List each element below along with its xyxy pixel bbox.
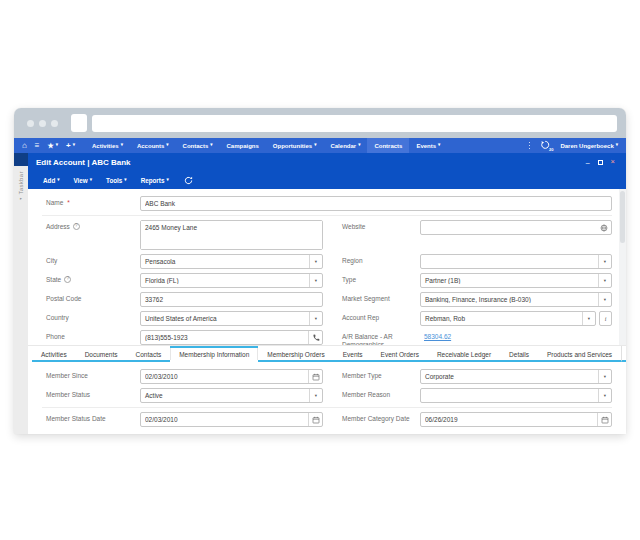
region-select[interactable]: ▾ bbox=[420, 254, 612, 269]
nav-menu-item[interactable]: Campaigns ▾ bbox=[220, 138, 266, 153]
browser-tab[interactable] bbox=[71, 114, 87, 132]
nav-menu-item[interactable]: Activities ▾ bbox=[85, 138, 130, 153]
member-status-date-input[interactable] bbox=[141, 416, 308, 423]
field-label-member-since: Member Since bbox=[42, 369, 140, 384]
field-label-country: Country bbox=[42, 311, 140, 326]
address-textarea[interactable]: 2465 Money Lane bbox=[141, 221, 322, 249]
menu-icon[interactable]: ≡ bbox=[31, 138, 44, 153]
window-dot-icon[interactable] bbox=[51, 120, 58, 127]
user-menu[interactable]: Daren Ungerboeck ▾ bbox=[560, 143, 618, 149]
nav-menu-item[interactable]: Opportunities ▾ bbox=[266, 138, 324, 153]
chevron-down-icon[interactable]: ▾ bbox=[598, 293, 611, 306]
tab[interactable]: Documents bbox=[76, 346, 127, 362]
ar-balance-link[interactable]: 58304.62 bbox=[420, 330, 612, 340]
name-input[interactable] bbox=[141, 200, 611, 207]
window-controls: – × bbox=[586, 158, 618, 166]
country-select[interactable]: United States of America▾ bbox=[140, 311, 323, 326]
city-select[interactable]: Pensacola▾ bbox=[140, 254, 323, 269]
tab-label: Activities bbox=[41, 351, 67, 358]
nav-menu-item[interactable]: Contacts ▾ bbox=[176, 138, 220, 153]
website-input[interactable] bbox=[421, 224, 597, 231]
chevron-down-icon[interactable]: ▾ bbox=[598, 370, 611, 383]
window-dot-icon[interactable] bbox=[39, 120, 46, 127]
globe-icon[interactable] bbox=[597, 221, 611, 234]
nav-menu-item[interactable]: Contracts ▾ bbox=[367, 138, 409, 153]
phone-field bbox=[140, 330, 323, 345]
refresh-icon bbox=[184, 176, 193, 185]
market-segment-select[interactable]: Banking, Finance, Insurance (B-030)▾ bbox=[420, 292, 612, 307]
favorites-star-icon[interactable]: ★▾ bbox=[44, 138, 63, 153]
menu-item-label: Reports bbox=[141, 177, 165, 184]
chevron-down-icon[interactable]: ▾ bbox=[598, 255, 611, 268]
tab[interactable]: Receivable Ledger bbox=[428, 346, 500, 362]
refresh-button[interactable] bbox=[184, 176, 193, 185]
phone-input[interactable] bbox=[141, 334, 308, 341]
chevron-down-icon[interactable]: ▾ bbox=[309, 274, 322, 287]
menu-item[interactable]: View ▾ bbox=[67, 177, 100, 184]
calendar-icon[interactable] bbox=[308, 370, 322, 383]
member-reason-select[interactable]: ▾ bbox=[420, 388, 612, 403]
taskbar-label[interactable]: ▾ Taskbar bbox=[18, 171, 24, 201]
tab-overflow-button[interactable]: ▾ bbox=[621, 346, 626, 362]
nav-menu-item[interactable]: Calendar ▾ bbox=[323, 138, 367, 153]
recent-history-icon[interactable]: 20 bbox=[540, 140, 552, 151]
home-icon[interactable]: ⌂ bbox=[18, 138, 31, 153]
member-type-value: Corporate bbox=[421, 373, 598, 380]
tab[interactable]: Events bbox=[334, 346, 372, 362]
tab[interactable]: Activities bbox=[32, 346, 76, 362]
chevron-down-icon: ▾ bbox=[358, 143, 360, 148]
help-icon[interactable]: ? bbox=[64, 276, 71, 283]
tab-label: Membership Information bbox=[179, 351, 249, 358]
tab[interactable]: Membership Orders bbox=[258, 346, 333, 362]
postal-code-input[interactable] bbox=[141, 296, 322, 303]
tab[interactable]: Membership Information bbox=[170, 346, 258, 362]
chevron-down-icon[interactable]: ▾ bbox=[309, 255, 322, 268]
tab[interactable]: Products and Services bbox=[538, 346, 621, 362]
maximize-button[interactable] bbox=[598, 160, 603, 165]
member-type-select[interactable]: Corporate▾ bbox=[420, 369, 612, 384]
taskbar-label-text: Taskbar bbox=[18, 171, 24, 194]
menu-item[interactable]: Add ▾ bbox=[36, 177, 67, 184]
minimize-button[interactable]: – bbox=[586, 159, 590, 166]
membership-form: Member Since Member Type Corporate▾ Memb… bbox=[28, 362, 626, 434]
taskbar-panel[interactable]: ▾ Taskbar bbox=[14, 153, 28, 434]
scrollbar-thumb[interactable] bbox=[620, 191, 625, 243]
member-status-select[interactable]: Active▾ bbox=[140, 388, 323, 403]
account-rep-select[interactable]: Rebman, Rob▾ bbox=[420, 311, 596, 326]
state-select[interactable]: Florida (FL)▾ bbox=[140, 273, 323, 288]
chevron-down-icon[interactable]: ▾ bbox=[582, 312, 595, 325]
calendar-icon[interactable] bbox=[308, 413, 322, 426]
window-dot-icon[interactable] bbox=[27, 120, 34, 127]
chevron-down-icon[interactable]: ▾ bbox=[309, 312, 322, 325]
menu-item[interactable]: Tools ▾ bbox=[99, 177, 134, 184]
member-since-input[interactable] bbox=[141, 373, 308, 380]
scrollbar[interactable] bbox=[619, 189, 626, 345]
more-options-icon[interactable] bbox=[527, 142, 533, 150]
member-category-date-input[interactable] bbox=[421, 416, 597, 423]
nav-menu-item[interactable]: Accounts ▾ bbox=[130, 138, 176, 153]
chevron-down-icon: ▾ bbox=[438, 143, 440, 148]
tab[interactable]: Details bbox=[500, 346, 538, 362]
field-label-member-type: Member Type bbox=[338, 369, 420, 384]
chevron-down-icon[interactable]: ▾ bbox=[598, 389, 611, 402]
field-label-website: Website bbox=[338, 220, 420, 231]
field-label-member-category-date: Member Category Date bbox=[338, 412, 420, 427]
quick-add-icon[interactable]: +▾ bbox=[62, 138, 79, 153]
type-select[interactable]: Partner (1B)▾ bbox=[420, 273, 612, 288]
chevron-down-icon[interactable]: ▾ bbox=[309, 389, 322, 402]
nav-menu-item[interactable]: Events ▾ bbox=[409, 138, 447, 153]
address-bar[interactable] bbox=[92, 115, 617, 132]
navbar-right: 20 Daren Ungerboeck ▾ bbox=[527, 138, 622, 153]
info-button[interactable]: i bbox=[599, 311, 612, 326]
phone-icon[interactable] bbox=[308, 331, 322, 344]
tab[interactable]: Contacts bbox=[127, 346, 171, 362]
menu-item[interactable]: Reports ▾ bbox=[134, 177, 176, 184]
help-icon[interactable]: ? bbox=[73, 223, 80, 230]
chevron-down-icon[interactable]: ▾ bbox=[598, 274, 611, 287]
calendar-icon[interactable] bbox=[597, 413, 611, 426]
close-button[interactable]: × bbox=[611, 158, 615, 166]
tab-label: Products and Services bbox=[547, 351, 612, 358]
tab[interactable]: Event Orders bbox=[372, 346, 428, 362]
field-label-account-rep: Account Rep bbox=[338, 311, 420, 326]
tab-label: Documents bbox=[85, 351, 118, 358]
